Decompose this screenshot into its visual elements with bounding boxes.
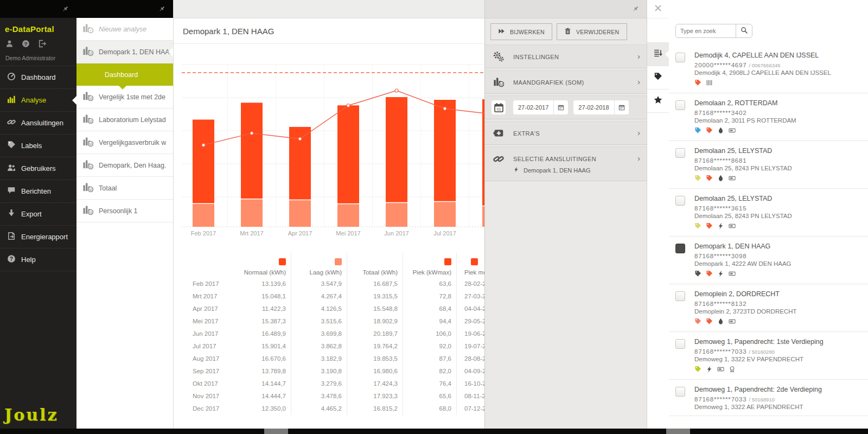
connection-item[interactable]: Demoweg 1, Papendrecht: 1ste Verdieping8… [669, 332, 868, 380]
sidebar-item-help[interactable]: ?Help [0, 248, 76, 271]
section-label: MAANDGRAFIEK (SOM) [513, 79, 584, 86]
chevron-right-icon[interactable]: › [637, 51, 640, 62]
analyses-topbar [76, 0, 173, 18]
tag-black-icon [654, 72, 662, 83]
connection-ean: 87168******3615 [694, 205, 868, 212]
analysis-sub-item-dashboard[interactable]: Dashboard [76, 63, 173, 86]
connection-checkbox[interactable] [675, 196, 685, 206]
sidebar-item-gebruikers[interactable]: Gebruikers [0, 157, 76, 180]
settings-section-instellingen[interactable]: INSTELLINGEN› [485, 44, 647, 68]
calendar01-icon: 01 [492, 100, 506, 114]
bottom-bar [0, 429, 868, 434]
sidebar-item-labels[interactable]: Labels [0, 135, 76, 157]
sidebar-item-analyse[interactable]: Analyse [0, 89, 76, 112]
sidebar-item-berichten[interactable]: Berichten [0, 180, 76, 203]
search-button[interactable] [736, 24, 752, 37]
connection-item[interactable]: Demolaan 25, LELYSTAD87168******3615Demo… [669, 189, 868, 237]
connection-checkbox[interactable] [675, 387, 685, 397]
sidebar-item-energierapport[interactable]: Energierapport [0, 226, 76, 248]
tag-icon [694, 79, 701, 88]
connection-item[interactable]: Demoweg 1, Papendrecht: 2de Verdieping87… [669, 380, 868, 416]
joulz-logo: Joulz [4, 405, 58, 424]
analysis-item-totaal[interactable]: MTotaal [76, 177, 173, 200]
bijwerken-button[interactable]: BIJWERKEN [490, 23, 552, 40]
connection-ean: 87168******8132 [694, 301, 868, 307]
user-icon[interactable] [5, 40, 14, 50]
chevron-right-icon[interactable]: › [637, 76, 640, 87]
connection-title: Demopark 1, DEN HAAG [694, 242, 868, 250]
bottom-bar-notch [666, 429, 690, 434]
sidebar-topbar [0, 0, 76, 18]
connection-item[interactable]: Demodijk 4, CAPELLE AAN DEN IJSSEL20000*… [669, 46, 868, 93]
connection-checkbox[interactable] [675, 291, 685, 301]
connection-item[interactable]: Demopark 1, DEN HAAG87168******3098Demop… [669, 237, 868, 284]
close-icon[interactable] [654, 4, 662, 14]
svg-text:M: M [89, 210, 92, 214]
analysis-item-vergelijkgasverbruik-w[interactable]: MVergelijkgasverbruik w [76, 131, 173, 154]
connection-icons [694, 223, 868, 231]
chart-month-icon: M [492, 76, 506, 87]
transformer-icon [729, 365, 736, 375]
bolt-icon [717, 222, 724, 232]
connection-checkbox[interactable] [675, 244, 685, 253]
analysis-item-demopark-1-den-haag[interactable]: MDemopark 1, DEN HAAG [76, 41, 173, 63]
column-header-piek_moment: Piek moment [456, 253, 484, 278]
chart-month-icon: M [82, 205, 93, 218]
connection-title: Demoweg 1, Papendrecht: 1ste Verdieping [694, 338, 868, 346]
connection-title: Demodijk 4, CAPELLE AAN DEN IJSSEL [694, 52, 868, 59]
connection-icons [694, 318, 868, 326]
sidebar-item-export[interactable]: Export [0, 203, 76, 226]
sidebar-item-dashboard[interactable]: Dashboard [0, 66, 76, 89]
meter-icon [717, 365, 724, 375]
calendar-icon[interactable] [553, 100, 568, 114]
section-label: SELECTIE AANSLUITINGEN [513, 156, 596, 162]
favorites-tab[interactable] [647, 90, 669, 113]
settings-section-maandgrafiek-som[interactable]: MMAANDGRAFIEK (SOM)› [485, 70, 647, 94]
settings-section-selectie-aansluitingen[interactable]: SELECTIE AANSLUITINGENDemopark 1, DEN HA… [485, 146, 647, 181]
connection-checkbox[interactable] [675, 339, 685, 349]
connection-address: Demolaan 25, 8243 PN LELYSTAD [694, 165, 868, 171]
connection-checkbox[interactable] [675, 148, 685, 158]
search-input[interactable] [676, 28, 736, 34]
table-row: Feb 201713.139,63.547,916.687,563,628-02… [182, 278, 484, 290]
new-analysis-button[interactable]: +Nieuwe analyse [76, 18, 173, 41]
analysis-item-laboratorium-lelystad[interactable]: MLaboratorium Lelystad [76, 108, 173, 131]
sidebar-item-label: Dashboard [21, 73, 56, 81]
connection-item[interactable]: Demoplein 2, DORDRECHT87168******8132Dem… [669, 284, 868, 332]
connection-address: Demolaan 25, 8243 PN LELYSTAD [694, 213, 868, 219]
analysis-item-persoonlijk-1[interactable]: MPersoonlijk 1 [76, 200, 173, 222]
gauge-icon [7, 72, 16, 83]
legend-chip [279, 258, 286, 265]
section-label: INSTELLINGEN [513, 54, 559, 60]
column-header-label [182, 253, 237, 278]
sidebar-item-aansluitingen[interactable]: Aansluitingen [0, 112, 76, 135]
date-from-field[interactable]: 27-02-2017 [513, 100, 568, 114]
connection-ean: 87168******3098 [694, 253, 868, 259]
verwijderen-button[interactable]: VERWIJDEREN [557, 23, 627, 40]
connection-checkbox[interactable] [675, 100, 685, 110]
usage-chart: Feb 2017Mrt 2017Apr 2017Mei 2017Jun 2017… [182, 46, 484, 245]
sidebar-item-label: Labels [21, 142, 42, 150]
legend-chip [444, 258, 451, 265]
tag-icon [706, 270, 713, 279]
chevron-right-icon[interactable]: › [637, 127, 640, 138]
pin-icon[interactable] [632, 5, 639, 15]
sidebar-item-label: Analyse [21, 96, 46, 104]
date-to-field[interactable]: 27-02-2018 [573, 100, 628, 114]
connection-item[interactable]: Demolaan 2, ROTTERDAM87168******3402Demo… [669, 93, 868, 141]
chevron-right-icon[interactable]: › [637, 153, 640, 164]
pin-icon[interactable] [158, 5, 165, 15]
logout-icon[interactable] [38, 40, 46, 50]
active-sub-notch [119, 86, 126, 90]
tag-icon [706, 174, 713, 184]
calendar-icon[interactable] [614, 100, 629, 114]
analysis-item-demopark-den-haag[interactable]: MDemopark, Den Haag. [76, 154, 173, 177]
connection-address: Demoplein 2, 3723TD DORDRECHT [694, 308, 868, 315]
connection-checkbox[interactable] [675, 53, 685, 62]
connection-item[interactable]: Demolaan 25, LELYSTAD87168******8681Demo… [669, 141, 868, 189]
question-icon[interactable]: ? [22, 40, 30, 50]
settings-section-extra-s[interactable]: EXTRA'S› [485, 121, 647, 145]
labels-tab[interactable] [647, 66, 669, 90]
pin-icon[interactable] [62, 5, 69, 15]
connections-list-tab[interactable] [647, 43, 669, 66]
